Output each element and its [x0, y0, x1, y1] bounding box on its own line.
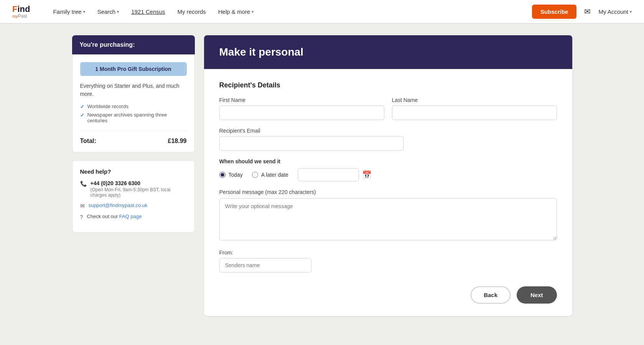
header: Find myPast Family tree ▾ Search ▾ 1921 …	[0, 0, 644, 23]
message-section: Personal message (max 220 characters)	[219, 189, 557, 242]
send-radio-group: Today A later date 📅	[219, 168, 557, 181]
purchasing-body: 1 Month Pro Gift Subscription Everything…	[72, 54, 195, 153]
total-value: £18.99	[168, 138, 187, 145]
phone-number: +44 (0)20 3326 6300	[91, 180, 187, 186]
last-name-label: Last Name	[392, 97, 557, 103]
email-icon: ✉	[80, 203, 85, 209]
message-label: Personal message (max 220 characters)	[219, 189, 557, 195]
family-tree-chevron-icon: ▾	[83, 10, 85, 14]
last-name-group: Last Name	[392, 97, 557, 120]
radio-later-input[interactable]	[252, 172, 258, 178]
radio-today-label: Today	[229, 172, 243, 178]
nav-my-records[interactable]: My records	[173, 5, 211, 18]
list-item: Newspaper archives spanning three centur…	[80, 112, 187, 123]
first-name-input[interactable]	[219, 105, 384, 120]
mail-icon[interactable]: ✉	[584, 7, 591, 16]
nav-search[interactable]: Search ▾	[93, 5, 124, 18]
faq-text: Check out our	[87, 214, 119, 219]
main-content: You're purchasing: 1 Month Pro Gift Subs…	[54, 23, 591, 328]
subscribe-button[interactable]: Subscribe	[532, 5, 577, 19]
logo[interactable]: Find myPast	[12, 5, 30, 18]
date-input[interactable]	[298, 168, 359, 181]
support-email-link[interactable]: support@findmypast.co.uk	[89, 202, 148, 208]
product-badge: 1 Month Pro Gift Subscription	[80, 62, 187, 76]
help-title: Need help?	[80, 168, 187, 175]
main-nav: Family tree ▾ Search ▾ 1921 Census My re…	[48, 5, 519, 18]
radio-later-label: A later date	[261, 172, 288, 178]
date-input-wrapper: 📅	[298, 168, 372, 181]
email-group: Recipient's Email	[219, 128, 557, 151]
feature-list: Worldwide records Newspaper archives spa…	[80, 104, 187, 123]
form-actions: Back Next	[219, 283, 557, 304]
logo-mypast: myPast	[12, 14, 30, 18]
list-item: Worldwide records	[80, 104, 187, 110]
product-description: Everything on Starter and Plus, and much…	[80, 82, 187, 98]
last-name-input[interactable]	[392, 105, 557, 120]
help-email: ✉ support@findmypast.co.uk	[80, 202, 187, 209]
first-name-label: First Name	[219, 97, 384, 103]
left-panel: You're purchasing: 1 Month Pro Gift Subs…	[72, 35, 195, 316]
send-label: When should we send it	[219, 158, 557, 164]
nav-census[interactable]: 1921 Census	[127, 5, 170, 18]
help-box: Need help? 📞 +44 (0)20 3326 6300 (Open M…	[72, 160, 195, 233]
search-chevron-icon: ▾	[117, 10, 119, 14]
recipients-section-title: Recipient's Details	[219, 81, 557, 89]
my-account[interactable]: My Account ▾	[598, 8, 632, 15]
next-button[interactable]: Next	[517, 286, 557, 304]
from-section: From:	[219, 250, 557, 273]
radio-later[interactable]: A later date	[252, 172, 288, 178]
phone-icon: 📞	[80, 181, 87, 187]
email-input[interactable]	[219, 136, 404, 151]
from-label: From:	[219, 250, 557, 256]
logo-find: Find	[12, 5, 30, 13]
help-faq: ? Check out our FAQ page	[80, 214, 187, 220]
radio-today[interactable]: Today	[219, 172, 243, 178]
total-label: Total:	[80, 138, 96, 145]
message-textarea[interactable]	[219, 198, 557, 240]
question-icon: ?	[80, 214, 83, 220]
faq-link[interactable]: FAQ page	[119, 214, 142, 219]
purchasing-header: You're purchasing:	[72, 35, 195, 54]
nav-help-more[interactable]: Help & more ▾	[214, 5, 258, 18]
form-body: Recipient's Details First Name Last Name…	[204, 69, 572, 316]
total-row: Total: £18.99	[80, 131, 187, 145]
from-input[interactable]	[219, 258, 311, 273]
back-button[interactable]: Back	[471, 286, 511, 304]
form-title: Make it personal	[219, 46, 557, 58]
email-label: Recipient's Email	[219, 128, 557, 134]
nav-family-tree[interactable]: Family tree ▾	[48, 5, 89, 18]
name-row: First Name Last Name	[219, 97, 557, 120]
radio-today-input[interactable]	[219, 172, 226, 178]
help-phone: 📞 +44 (0)20 3326 6300 (Open Mon-Fri, 9am…	[80, 180, 187, 198]
first-name-group: First Name	[219, 97, 384, 120]
form-header: Make it personal	[204, 35, 572, 69]
my-account-chevron-icon: ▾	[630, 10, 632, 14]
send-section: When should we send it Today A later dat…	[219, 158, 557, 181]
phone-hours: (Open Mon-Fri, 9am-5:30pm BST, local cha…	[91, 187, 187, 198]
calendar-icon[interactable]: 📅	[362, 170, 372, 179]
help-chevron-icon: ▾	[252, 10, 254, 14]
header-right: Subscribe ✉ My Account ▾	[532, 5, 632, 19]
right-panel: Make it personal Recipient's Details Fir…	[204, 35, 572, 316]
